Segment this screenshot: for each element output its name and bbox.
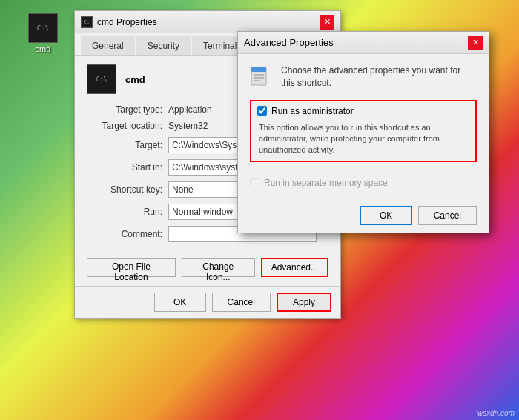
desktop-icon-label: cmd: [36, 44, 51, 53]
target-type-value: Application: [168, 104, 212, 115]
advanced-ok-button[interactable]: OK: [360, 206, 412, 225]
comment-label: Comment:: [87, 229, 168, 239]
cmd-properties-titlebar: C: cmd Properties ✕: [75, 11, 340, 33]
run-as-admin-label: Run as administrator: [271, 106, 354, 116]
advanced-cancel-button[interactable]: Cancel: [418, 206, 477, 225]
tab-general[interactable]: General: [81, 36, 135, 55]
run-in-memory-checkbox[interactable]: [250, 178, 260, 187]
cmd-properties-footer: OK Cancel Apply: [75, 286, 340, 318]
watermark: wsxdn.com: [477, 409, 515, 417]
target-location-value: System32: [168, 121, 208, 131]
advanced-header-icon: [250, 64, 274, 88]
ok-button[interactable]: OK: [154, 293, 206, 312]
tab-security[interactable]: Security: [136, 36, 191, 55]
apply-button[interactable]: Apply: [277, 293, 331, 312]
svg-rect-1: [251, 67, 266, 72]
cmd-properties-title: cmd Properties: [97, 17, 157, 27]
properties-icon: [250, 64, 274, 88]
cancel-button[interactable]: Cancel: [212, 293, 271, 312]
advanced-header-row: Choose the advanced properties you want …: [250, 64, 477, 90]
advanced-title: Advanced Properties: [244, 37, 334, 48]
adv-separator: [250, 170, 477, 170]
start-in-label: Start in:: [87, 162, 168, 173]
advanced-header-text: Choose the advanced properties you want …: [281, 64, 477, 90]
target-label: Target:: [87, 140, 168, 150]
advanced-properties-dialog: Advanced Properties ✕ Choose the advance…: [237, 31, 489, 233]
run-in-memory-label: Run in separate memory space: [264, 178, 388, 188]
target-type-label: Target type:: [87, 104, 168, 115]
title-left: C: cmd Properties: [81, 16, 157, 28]
advanced-close-button[interactable]: ✕: [468, 36, 483, 50]
desktop: C:\ cmd C: cmd Properties ✕ General Secu…: [0, 0, 519, 420]
run-in-memory-row: Run in separate memory space: [250, 178, 477, 188]
cmd-properties-close-button[interactable]: ✕: [320, 15, 334, 30]
desktop-icon-cmd[interactable]: C:\ cmd: [21, 13, 65, 53]
bottom-buttons: Open File Location Change Icon... Advanc…: [87, 258, 328, 277]
cmd-icon: C:\: [28, 13, 58, 43]
advanced-content: Choose the advanced properties you want …: [238, 54, 489, 199]
advanced-footer: OK Cancel: [238, 199, 489, 233]
divider: [87, 250, 328, 250]
target-location-label: Target location:: [87, 121, 168, 131]
shortcut-name: cmd: [125, 74, 145, 85]
run-as-admin-box: Run as administrator This option allows …: [250, 100, 477, 162]
run-label: Run:: [87, 207, 168, 217]
change-icon-button[interactable]: Change Icon...: [182, 258, 255, 277]
advanced-titlebar: Advanced Properties ✕: [238, 32, 489, 54]
option-description: This option allows you to run this short…: [257, 122, 469, 156]
run-as-admin-checkbox[interactable]: [257, 106, 267, 116]
shortcut-key-label: Shortcut key:: [87, 184, 168, 195]
run-as-admin-row: Run as administrator: [257, 106, 469, 116]
shortcut-icon: C:\: [87, 64, 116, 94]
advanced-button[interactable]: Advanced...: [261, 258, 328, 277]
cmd-dialog-icon: C:: [81, 16, 93, 28]
open-file-location-button[interactable]: Open File Location: [87, 258, 176, 277]
